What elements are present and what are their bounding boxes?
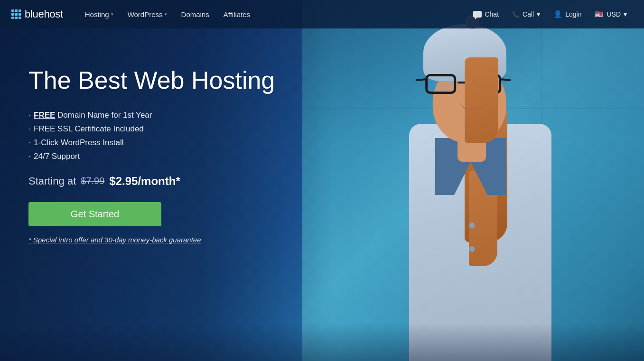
get-started-button[interactable]: Get Started [28, 202, 161, 226]
nav-wordpress[interactable]: WordPress ▾ [121, 7, 174, 22]
brand-name: bluehost [25, 8, 63, 20]
hero-bullets: · FREE Domain Name for 1st Year · FREE S… [28, 110, 294, 161]
price-new: $2.95/month* [109, 175, 180, 188]
chevron-down-icon: ▾ [111, 12, 113, 17]
free-label: FREE [34, 111, 55, 120]
hero-title: The Best Web Hosting [28, 66, 294, 95]
chevron-down-icon: ▾ [165, 12, 167, 17]
bullet-wordpress: · 1-Click WordPress Install [28, 138, 294, 148]
price-old: $7.99 [81, 176, 104, 186]
chevron-down-icon: ▾ [537, 10, 540, 18]
chat-icon [473, 11, 482, 18]
nav-hosting[interactable]: Hosting ▾ [78, 7, 120, 22]
bullet-ssl: · FREE SSL Certificate Included [28, 124, 294, 134]
nav-domains[interactable]: Domains [175, 7, 216, 22]
hero-content: The Best Web Hosting · FREE Domain Name … [0, 28, 323, 282]
nav-links: Hosting ▾ WordPress ▾ Domains Affiliates [78, 7, 468, 22]
price-label: Starting at [28, 175, 76, 187]
bullet-dot: · [28, 138, 31, 148]
user-icon: 👤 [553, 10, 562, 19]
bottom-fade [0, 323, 644, 361]
nav-affiliates[interactable]: Affiliates [217, 7, 257, 22]
bullet-dot: · [28, 110, 31, 120]
bullet-dot: · [28, 124, 31, 134]
navbar: bluehost Hosting ▾ WordPress ▾ Domains A… [0, 0, 644, 28]
promo-link[interactable]: * Special intro offer and 30-day money-b… [28, 236, 201, 244]
flag-icon: 🇺🇸 [595, 10, 604, 19]
brand-logo[interactable]: bluehost [11, 8, 63, 20]
call-button[interactable]: 📞 Call ▾ [506, 7, 546, 22]
nav-right: Chat 📞 Call ▾ 👤 Login 🇺🇸 USD ▾ [467, 6, 633, 22]
bullet-dot: · [28, 151, 31, 161]
chevron-down-icon: ▾ [624, 10, 627, 18]
chat-button[interactable]: Chat [467, 7, 504, 22]
bullet-support: · 24/7 Support [28, 151, 294, 161]
hero-price: Starting at $7.99 $2.95/month* [28, 175, 294, 188]
currency-button[interactable]: 🇺🇸 USD ▾ [589, 6, 633, 22]
login-button[interactable]: 👤 Login [548, 6, 587, 22]
phone-icon: 📞 [512, 11, 520, 18]
bullet-domain: · FREE Domain Name for 1st Year [28, 110, 294, 120]
grid-icon [11, 9, 21, 19]
